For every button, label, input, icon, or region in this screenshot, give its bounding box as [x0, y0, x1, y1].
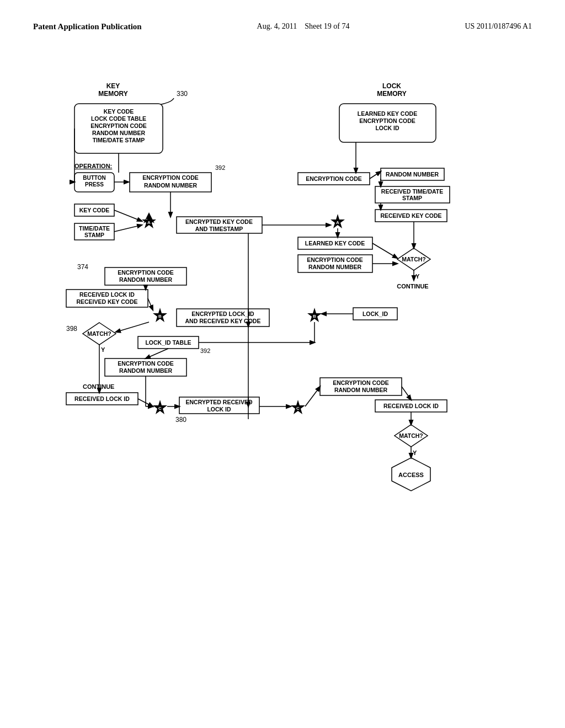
svg-line-40 — [114, 210, 142, 221]
publication-type: Patent Application Publication — [33, 22, 142, 31]
ref-392a: 392 — [215, 164, 225, 171]
star-b-right: B — [313, 314, 316, 319]
svg-line-41 — [114, 225, 142, 232]
button-press-line2: PRESS — [85, 181, 104, 188]
lm-line1: LEARNED KEY CODE — [358, 110, 417, 117]
recv-lock-id1: RECEIVED LOCK ID — [79, 291, 135, 298]
key-memory-title: KEY — [106, 82, 120, 90]
enc-lock-id2: AND RECEIVED KEY CODE — [185, 318, 261, 324]
km-line3: ENCRYPTION CODE — [90, 122, 147, 129]
random-number-right: RANDOM NUMBER — [386, 171, 439, 178]
svg-line-70 — [370, 172, 381, 179]
enc-random-right3-2: RANDOM NUMBER — [334, 387, 388, 393]
enc-random-op2: RANDOM NUMBER — [144, 182, 198, 189]
km-line2: LOCK CODE TABLE — [91, 115, 146, 122]
recv-lock-id-bottom: RECEIVED LOCK ID — [74, 395, 130, 402]
enc-recv-lock2: LOCK ID — [207, 406, 231, 413]
key-memory-title2: MEMORY — [98, 90, 128, 98]
diagram-area: KEY MEMORY LOCK MEMORY 330 KEY CODE LOCK… — [28, 72, 541, 695]
enc-random-left3-1: ENCRYPTION CODE — [118, 360, 174, 367]
km-line1: KEY CODE — [104, 108, 134, 115]
enc-random-left2-2: RANDOM NUMBER — [119, 276, 173, 283]
enc-code-right: ENCRYPTION CODE — [306, 175, 362, 182]
continue-left: CONTINUE — [83, 383, 114, 390]
svg-line-53 — [116, 322, 149, 332]
enc-lock-id1: ENCRYPTED LOCK_ID — [191, 311, 254, 317]
star-a-left: A — [147, 220, 151, 225]
ref-380: 380 — [175, 416, 186, 424]
svg-line-52 — [148, 298, 153, 310]
ref-398: 398 — [66, 325, 77, 333]
match-left: MATCH? — [87, 330, 111, 337]
svg-line-59 — [146, 349, 168, 358]
ref-392b: 392 — [200, 347, 210, 354]
enc-random-right1: ENCRYPTION CODE — [307, 256, 363, 263]
star-a-right: A — [336, 220, 339, 225]
time-date-stamp1: TIME/DATE — [79, 225, 110, 232]
enc-random-left2-1: ENCRYPTION CODE — [118, 269, 174, 276]
key-code-box: KEY CODE — [79, 207, 110, 213]
recv-key-code-right: RECEIVED KEY CODE — [380, 212, 441, 219]
patent-number: US 2011/0187496 A1 — [465, 22, 532, 31]
star-b-left: B — [158, 314, 162, 319]
enc-random-right2: RANDOM NUMBER — [308, 264, 362, 270]
km-line4: RANDOM NUMBER — [92, 130, 146, 136]
y-label-2: Y — [101, 346, 105, 353]
lock-id-table: LOCK_ID TABLE — [145, 339, 191, 346]
enc-recv-lock1: ENCRYPTED RECEIVED — [186, 399, 253, 405]
continue-right: CONTINUE — [397, 283, 428, 290]
time-date-stamp2: STAMP — [84, 232, 104, 238]
svg-line-45 — [372, 243, 397, 258]
recv-lock-id2: RECEIVED KEY CODE — [76, 298, 137, 305]
recv-lock-id-right3: RECEIVED LOCK ID — [383, 403, 439, 409]
header-date-sheet: Aug. 4, 2011 Sheet 19 of 74 — [257, 22, 350, 31]
match-bottom: MATCH? — [399, 432, 423, 439]
lm-line2: ENCRYPTION CODE — [359, 117, 415, 124]
access-label: ACCESS — [398, 472, 424, 478]
lock-memory-title: LOCK — [382, 82, 401, 90]
enc-key-ts2: AND TIMESTAMP — [195, 226, 243, 232]
y-label-3: Y — [413, 449, 417, 456]
ref-330: 330 — [177, 90, 188, 98]
recv-time-date2: STAMP — [402, 195, 422, 201]
enc-random-right3-1: ENCRYPTION CODE — [333, 379, 389, 386]
button-press-line1: BUTTON — [83, 175, 105, 181]
svg-line-69 — [305, 387, 320, 406]
enc-key-ts1: ENCRYPTED KEY CODE — [185, 218, 253, 225]
lock-id-right: LOCK_ID — [363, 311, 388, 317]
km-line5: TIME/DATE STAMP — [93, 137, 145, 143]
enc-random-left3-2: RANDOM NUMBER — [119, 367, 173, 374]
match-right: MATCH? — [402, 256, 426, 263]
operation-label: OPERATION: — [74, 163, 112, 169]
svg-line-66 — [402, 387, 411, 400]
ref-374: 374 — [77, 263, 88, 271]
star-c-left: C — [158, 406, 162, 411]
learned-key-code-right: LEARNED KEY CODE — [305, 240, 365, 247]
lock-memory-title2: MEMORY — [377, 90, 407, 98]
lm-line3: LOCK ID — [375, 125, 399, 131]
enc-random-op1: ENCRYPTION CODE — [142, 174, 199, 181]
star-c-right: C — [296, 406, 300, 411]
y-label-1: Y — [415, 273, 420, 280]
recv-time-date1: RECEIVED TIME/DATE — [381, 188, 443, 195]
